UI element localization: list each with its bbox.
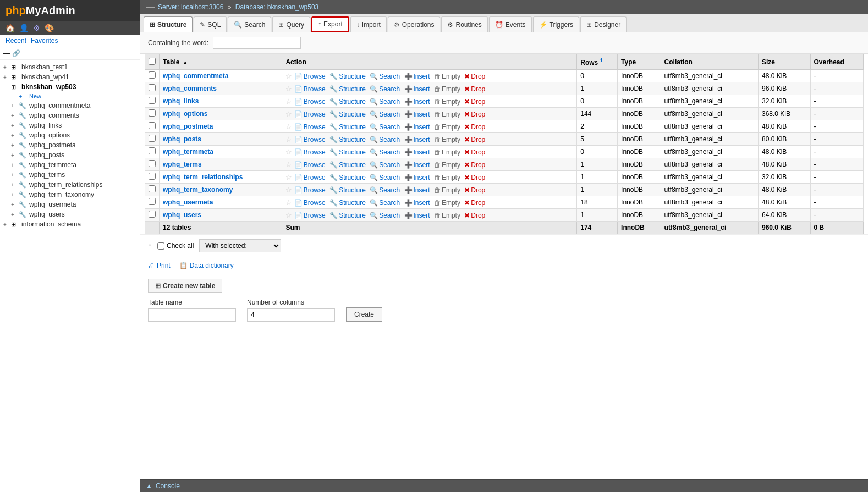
server-link[interactable]: Server: localhost:3306 [158,3,223,11]
favorite-icon[interactable]: ☆ [285,85,292,93]
table-name-input[interactable] [148,308,236,322]
sidebar-item-wphq_users[interactable]: + 🔧 wphq_users [0,209,140,219]
structure-link[interactable]: 🔧 Structure [329,123,366,131]
sidebar-item-wphq_term_relationships[interactable]: + 🔧 wphq_term_relationships [0,180,140,190]
insert-link[interactable]: ➕ Insert [404,85,430,93]
favorite-icon[interactable]: ☆ [285,72,292,80]
tab-events[interactable]: ⏰ Events [489,16,532,32]
row-checkbox[interactable] [149,122,156,129]
user-icon[interactable]: 👤 [19,24,29,32]
favorite-icon[interactable]: ☆ [285,211,292,219]
create-new-table-button[interactable]: ⊞ Create new table [148,279,222,293]
empty-link[interactable]: 🗑 Empty [434,110,460,118]
table-name-link[interactable]: wphq_termmeta [163,148,213,156]
favorite-icon[interactable]: ☆ [285,173,292,181]
insert-link[interactable]: ➕ Insert [404,161,430,169]
empty-link[interactable]: 🗑 Empty [434,161,460,169]
favorite-icon[interactable]: ☆ [285,161,292,169]
insert-link[interactable]: ➕ Insert [404,136,430,143]
row-checkbox[interactable] [149,160,156,167]
drop-link[interactable]: ✖ Drop [464,186,485,194]
structure-link[interactable]: 🔧 Structure [329,98,366,106]
sidebar-item-bknskhan_wp41[interactable]: + ⊞ bknskhan_wp41 [0,72,140,82]
structure-link[interactable]: 🔧 Structure [329,148,366,156]
browse-link[interactable]: 📄 Browse [294,186,326,194]
browse-link[interactable]: 📄 Browse [294,98,326,106]
empty-link[interactable]: 🗑 Empty [434,212,460,219]
insert-link[interactable]: ➕ Insert [404,123,430,131]
table-name-link[interactable]: wphq_users [163,211,201,219]
structure-link[interactable]: 🔧 Structure [329,186,366,194]
create-button[interactable]: Create [346,307,382,322]
insert-link[interactable]: ➕ Insert [404,212,430,219]
select-all-checkbox[interactable] [149,58,156,65]
tab-sql[interactable]: ✎ SQL [194,16,227,32]
table-name-link[interactable]: wphq_commentmeta [163,72,228,80]
sidebar-item-wphq_usermeta[interactable]: + 🔧 wphq_usermeta [0,200,140,209]
tab-query[interactable]: ⊞ Query [272,16,310,32]
row-checkbox[interactable] [149,211,156,218]
drop-link[interactable]: ✖ Drop [464,161,485,169]
link-icon[interactable]: 🔗 [12,49,20,57]
sidebar-item-wphq_term_taxonomy[interactable]: + 🔧 wphq_term_taxonomy [0,190,140,200]
search-link[interactable]: 🔍 Search [370,186,400,194]
structure-link[interactable]: 🔧 Structure [329,73,366,80]
empty-link[interactable]: 🗑 Empty [434,148,460,156]
search-link[interactable]: 🔍 Search [370,123,400,131]
insert-link[interactable]: ➕ Insert [404,148,430,156]
structure-link[interactable]: 🔧 Structure [329,199,366,207]
drop-link[interactable]: ✖ Drop [464,174,485,181]
drop-link[interactable]: ✖ Drop [464,73,485,80]
drop-link[interactable]: ✖ Drop [464,110,485,118]
empty-link[interactable]: 🗑 Empty [434,98,460,106]
empty-link[interactable]: 🗑 Empty [434,123,460,131]
structure-link[interactable]: 🔧 Structure [329,161,366,169]
browse-link[interactable]: 📄 Browse [294,123,326,131]
row-checkbox[interactable] [149,135,156,142]
favorite-icon[interactable]: ☆ [285,123,292,131]
data-dictionary-link[interactable]: 📋 Data dictionary [179,262,234,269]
empty-link[interactable]: 🗑 Empty [434,186,460,194]
drop-link[interactable]: ✖ Drop [464,212,485,219]
browse-link[interactable]: 📄 Browse [294,212,326,219]
browse-link[interactable]: 📄 Browse [294,73,326,80]
sidebar-item-wphq_terms[interactable]: + 🔧 wphq_terms [0,170,140,180]
print-link[interactable]: 🖨 Print [148,262,171,269]
drop-link[interactable]: ✖ Drop [464,123,485,131]
favorite-icon[interactable]: ☆ [285,198,292,207]
with-selected-dropdown[interactable]: With selected: Drop Empty Check table Op… [199,239,281,252]
structure-link[interactable]: 🔧 Structure [329,212,366,219]
sidebar-item-wphq_postmeta[interactable]: + 🔧 wphq_postmeta [0,140,140,150]
tab-operations[interactable]: ⚙ Operations [388,16,441,32]
sidebar-item-wphq_commentmeta[interactable]: + 🔧 wphq_commentmeta [0,101,140,110]
favorites-link[interactable]: Favorites [31,37,58,45]
insert-link[interactable]: ➕ Insert [404,186,430,194]
insert-link[interactable]: ➕ Insert [404,110,430,118]
drop-link[interactable]: ✖ Drop [464,199,485,207]
empty-link[interactable]: 🗑 Empty [434,199,460,207]
sidebar-item-bknskhan_wp503[interactable]: − ⊞ bknskhan_wp503 [0,82,140,92]
tab-designer[interactable]: ⊞ Designer [580,16,627,32]
favorite-icon[interactable]: ☆ [285,110,292,118]
search-link[interactable]: 🔍 Search [370,199,400,207]
filter-input[interactable] [213,37,301,49]
col-table[interactable]: Table ▲ [160,54,282,70]
drop-link[interactable]: ✖ Drop [464,85,485,93]
sidebar-item-new[interactable]: + New [0,92,140,101]
browse-link[interactable]: 📄 Browse [294,161,326,169]
theme-icon[interactable]: 🎨 [45,24,54,32]
table-name-link[interactable]: wphq_usermeta [163,198,213,206]
table-name-link[interactable]: wphq_links [163,97,199,105]
home-icon[interactable]: 🏠 [6,24,15,32]
row-checkbox[interactable] [149,109,156,117]
browse-link[interactable]: 📄 Browse [294,199,326,207]
sidebar-item-wphq_options[interactable]: + 🔧 wphq_options [0,130,140,140]
browse-link[interactable]: 📄 Browse [294,85,326,93]
drop-link[interactable]: ✖ Drop [464,136,485,143]
check-all-label[interactable]: Check all [157,242,194,250]
tab-import[interactable]: ↓ Import [350,16,387,32]
favorite-icon[interactable]: ☆ [285,148,292,156]
sidebar-item-information_schema[interactable]: + ⊞ information_schema [0,219,140,229]
table-name-link[interactable]: wphq_terms [163,161,202,168]
row-checkbox[interactable] [149,185,156,192]
